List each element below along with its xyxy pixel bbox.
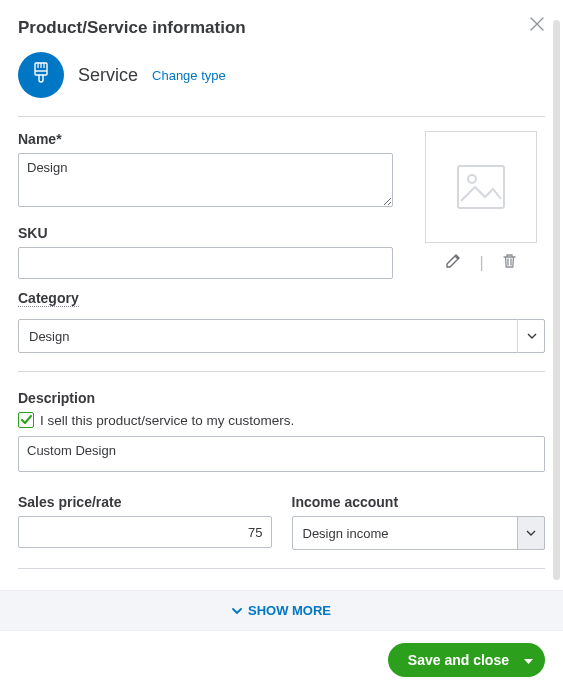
income-account-label: Income account (292, 494, 546, 510)
svg-point-2 (468, 175, 476, 183)
name-label: Name* (18, 131, 393, 147)
divider (18, 371, 545, 372)
sku-label: SKU (18, 225, 393, 241)
close-icon[interactable] (529, 14, 545, 36)
divider (18, 568, 545, 569)
product-service-panel: Product/Service information Service Chan… (0, 0, 563, 600)
item-type-label: Service (78, 65, 138, 86)
category-label: Category (18, 290, 79, 307)
scrollbar[interactable] (553, 20, 560, 580)
category-select[interactable] (18, 319, 545, 353)
image-placeholder-icon (457, 165, 505, 209)
price-input[interactable] (18, 516, 272, 548)
footer-bar: Save and close (0, 630, 563, 688)
save-and-close-button[interactable]: Save and close (388, 643, 545, 677)
separator: | (479, 254, 483, 272)
svg-rect-1 (458, 166, 504, 208)
sell-checkbox-label: I sell this product/service to my custom… (40, 413, 294, 428)
description-input[interactable]: Custom Design (18, 436, 545, 472)
edit-image-icon[interactable] (445, 253, 461, 273)
item-image-placeholder[interactable] (425, 131, 537, 243)
save-button-label: Save and close (408, 652, 509, 668)
sku-input[interactable] (18, 247, 393, 279)
sell-checkbox[interactable] (18, 412, 34, 428)
name-input[interactable]: Design (18, 153, 393, 207)
delete-image-icon[interactable] (502, 253, 517, 273)
chevron-down-icon (232, 608, 242, 614)
show-more-label: SHOW MORE (248, 603, 331, 618)
show-more-button[interactable]: SHOW MORE (0, 590, 563, 630)
service-brush-icon (18, 52, 64, 98)
price-label: Sales price/rate (18, 494, 272, 510)
divider (18, 116, 545, 117)
chevron-down-icon (524, 652, 533, 668)
description-label: Description (18, 390, 545, 406)
panel-title: Product/Service information (18, 18, 246, 38)
income-account-select[interactable] (292, 516, 546, 550)
change-type-link[interactable]: Change type (152, 68, 226, 83)
